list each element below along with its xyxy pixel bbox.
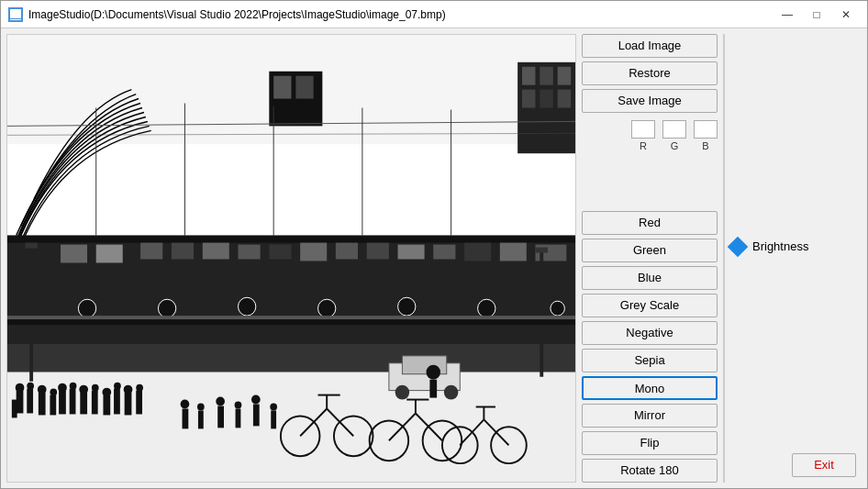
save-image-button[interactable]: Save Image <box>582 89 718 113</box>
svg-rect-32 <box>12 400 17 418</box>
svg-rect-33 <box>27 389 33 414</box>
svg-rect-16 <box>367 243 389 260</box>
restore-button[interactable]: Restore <box>582 61 718 85</box>
svg-point-28 <box>551 301 564 316</box>
title-bar-controls: — □ ✕ <box>773 5 860 25</box>
b-swatch <box>694 120 718 139</box>
svg-rect-112 <box>271 410 276 428</box>
svg-rect-10 <box>172 243 194 260</box>
app-icon <box>8 7 23 22</box>
svg-rect-14 <box>300 243 327 261</box>
svg-rect-19 <box>464 243 491 261</box>
svg-rect-114 <box>429 380 437 398</box>
svg-point-52 <box>102 388 111 397</box>
svg-rect-20 <box>500 243 527 261</box>
svg-rect-80 <box>540 67 553 85</box>
svg-rect-12 <box>238 245 260 260</box>
svg-point-24 <box>238 297 255 316</box>
svg-point-23 <box>158 299 175 317</box>
svg-rect-36 <box>59 391 66 415</box>
svg-rect-34 <box>39 393 46 416</box>
mirror-button[interactable]: Mirror <box>582 404 718 428</box>
svg-point-55 <box>136 384 143 392</box>
svg-point-51 <box>92 384 99 392</box>
svg-rect-106 <box>217 406 224 428</box>
svg-point-53 <box>114 383 121 390</box>
mono-button[interactable]: Mono <box>582 376 718 400</box>
load-image-button[interactable]: Load Image <box>582 34 718 58</box>
top-buttons: Load Image Restore Save Image <box>582 34 718 113</box>
title-bar: ImageStudio(D:\Documents\Visual Studio 2… <box>1 1 867 28</box>
svg-rect-90 <box>540 250 543 377</box>
svg-rect-93 <box>7 316 575 319</box>
rotate180-button[interactable]: Rotate 180 <box>582 459 718 483</box>
svg-point-77 <box>444 385 458 400</box>
svg-rect-1 <box>10 9 21 18</box>
svg-point-54 <box>124 385 133 395</box>
svg-rect-13 <box>269 245 291 260</box>
svg-rect-81 <box>558 67 572 85</box>
svg-rect-79 <box>522 67 536 85</box>
svg-rect-82 <box>522 90 536 108</box>
svg-point-107 <box>235 402 242 409</box>
svg-point-25 <box>318 299 336 317</box>
title-bar-left: ImageStudio(D:\Documents\Visual Studio 2… <box>8 7 446 22</box>
svg-point-47 <box>50 389 57 396</box>
svg-rect-17 <box>398 245 425 260</box>
svg-rect-41 <box>114 389 120 415</box>
svg-point-111 <box>270 404 277 411</box>
blue-button[interactable]: Blue <box>582 266 718 290</box>
svg-point-105 <box>216 397 225 406</box>
grey-scale-button[interactable]: Grey Scale <box>582 294 718 317</box>
svg-rect-42 <box>125 393 132 416</box>
svg-point-113 <box>427 365 440 380</box>
svg-rect-38 <box>80 393 87 415</box>
flip-button[interactable]: Flip <box>582 431 718 455</box>
svg-rect-87 <box>295 76 313 99</box>
bottom-exit: Exit <box>730 453 856 477</box>
svg-rect-40 <box>103 395 110 416</box>
window-title: ImageStudio(D:\Documents\Visual Studio 2… <box>28 8 446 21</box>
exit-button[interactable]: Exit <box>792 453 856 477</box>
g-swatch-group: G <box>662 120 686 151</box>
svg-rect-108 <box>236 408 241 428</box>
svg-rect-104 <box>198 410 204 428</box>
far-right-panel: Brightness Exit <box>724 34 862 483</box>
minimize-button[interactable]: — <box>773 5 801 25</box>
svg-rect-86 <box>273 76 291 99</box>
b-label: B <box>702 140 708 151</box>
main-window: ImageStudio(D:\Documents\Visual Studio 2… <box>0 0 868 489</box>
svg-rect-43 <box>136 391 142 415</box>
negative-button[interactable]: Negative <box>582 321 718 345</box>
svg-rect-35 <box>50 395 56 416</box>
green-button[interactable]: Green <box>582 239 718 262</box>
svg-rect-37 <box>70 389 76 415</box>
svg-rect-15 <box>336 243 358 260</box>
svg-rect-11 <box>203 243 229 260</box>
svg-point-46 <box>38 385 47 395</box>
svg-rect-18 <box>433 245 455 260</box>
svg-point-101 <box>181 400 190 409</box>
rgb-swatches: R G B <box>582 120 718 151</box>
close-button[interactable]: ✕ <box>832 5 860 25</box>
svg-point-45 <box>27 383 34 390</box>
svg-point-44 <box>16 383 25 393</box>
b-swatch-group: B <box>694 120 718 151</box>
brightness-area: Brightness <box>730 39 856 453</box>
svg-point-50 <box>79 385 88 395</box>
svg-point-49 <box>70 383 77 390</box>
svg-point-27 <box>478 299 495 317</box>
red-button[interactable]: Red <box>582 211 718 235</box>
svg-rect-9 <box>140 243 162 260</box>
r-swatch <box>631 120 655 139</box>
svg-rect-29 <box>7 345 575 372</box>
sepia-button[interactable]: Sepia <box>582 349 718 372</box>
filter-buttons: Red Green Blue Grey Scale Negative Sepia… <box>582 211 718 483</box>
brightness-icon <box>728 236 749 257</box>
g-swatch <box>662 120 686 139</box>
image-area <box>6 34 576 483</box>
svg-point-109 <box>251 395 261 405</box>
svg-rect-2 <box>10 19 21 20</box>
svg-rect-39 <box>92 391 98 415</box>
maximize-button[interactable]: □ <box>803 5 830 25</box>
